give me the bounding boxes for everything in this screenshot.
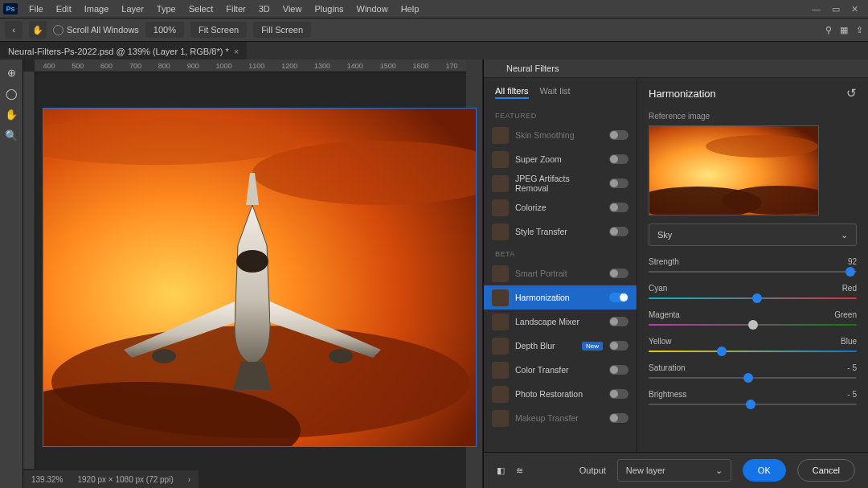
left-toolbar: ⊕ ◯ ✋ 🔍 <box>0 59 23 488</box>
hand-tool-icon[interactable]: ✋ <box>29 21 47 39</box>
workspace-icon[interactable]: ▦ <box>840 25 848 35</box>
hand-tool-icon[interactable]: ✋ <box>3 106 19 122</box>
filter-toggle[interactable] <box>609 389 628 399</box>
preview-toggle-icon[interactable]: ◧ <box>497 465 505 476</box>
menu-window[interactable]: Window <box>350 4 395 14</box>
filter-thumb-icon <box>492 386 509 403</box>
filter-row[interactable]: Photo Restoration <box>484 382 637 406</box>
tab-wait-list[interactable]: Wait list <box>540 86 571 99</box>
filter-toggle[interactable] <box>609 227 628 236</box>
menu-help[interactable]: Help <box>395 4 426 14</box>
slider-brightness[interactable]: Brightness- 5 <box>649 390 857 405</box>
slider-track[interactable] <box>649 351 857 352</box>
filter-row[interactable]: Harmonization <box>484 285 637 310</box>
slider-knob[interactable] <box>743 373 753 383</box>
filter-toggle[interactable] <box>609 341 628 351</box>
search-icon[interactable]: ⚲ <box>825 25 832 35</box>
menu-file[interactable]: File <box>23 4 50 14</box>
filter-name: Colorize <box>515 203 603 212</box>
circle-tool-icon[interactable]: ◯ <box>3 85 19 101</box>
ruler-vertical <box>23 72 35 469</box>
slider-knob[interactable] <box>845 267 855 277</box>
ok-button[interactable]: OK <box>743 459 786 482</box>
slider-magenta[interactable]: MagentaGreen <box>649 310 857 326</box>
filter-row[interactable]: Depth BlurNew <box>484 334 637 358</box>
output-label: Output <box>579 465 606 475</box>
filter-row[interactable]: Color Transfer <box>484 358 637 382</box>
filter-toggle[interactable] <box>609 178 628 188</box>
filter-row[interactable]: Makeup Transfer <box>484 406 637 430</box>
window-restore-icon[interactable]: ▭ <box>832 4 840 14</box>
chevron-down-icon: ⌄ <box>841 230 848 240</box>
chevron-right-icon[interactable]: › <box>188 475 190 484</box>
reference-image[interactable] <box>649 125 819 215</box>
output-dropdown[interactable]: New layer ⌄ <box>617 459 731 482</box>
share-icon[interactable]: ⇪ <box>856 25 863 35</box>
filter-row[interactable]: Skin Smoothing <box>484 123 637 147</box>
menu-image[interactable]: Image <box>78 4 116 14</box>
filter-toggle[interactable] <box>609 317 628 326</box>
slider-track[interactable] <box>649 324 857 326</box>
dropdown-value: Sky <box>657 230 672 240</box>
window-minimize-icon[interactable]: — <box>812 4 821 14</box>
canvas[interactable] <box>43 108 477 447</box>
menu-3d[interactable]: 3D <box>252 4 276 14</box>
filter-toggle[interactable] <box>609 413 628 423</box>
cancel-button[interactable]: Cancel <box>797 459 855 482</box>
slider-track[interactable] <box>649 377 857 379</box>
filter-toggle[interactable] <box>609 293 628 302</box>
move-tool-icon[interactable]: ⊕ <box>3 64 19 80</box>
menu-filter[interactable]: Filter <box>219 4 252 14</box>
slider-track[interactable] <box>649 404 857 405</box>
filter-toggle[interactable] <box>609 154 628 164</box>
filter-row[interactable]: Colorize <box>484 195 637 219</box>
filter-toggle[interactable] <box>609 130 628 140</box>
zoom-tool-icon[interactable]: 🔍 <box>3 127 19 143</box>
slider-knob[interactable] <box>752 293 762 303</box>
layers-icon[interactable]: ≋ <box>516 465 523 476</box>
reference-image-label: Reference image <box>649 112 857 121</box>
slider-saturation[interactable]: Saturation- 5 <box>649 363 857 379</box>
canvas-image <box>43 109 476 446</box>
filter-thumb-icon <box>492 151 509 168</box>
scroll-all-windows-checkbox[interactable]: Scroll All Windows <box>53 25 139 35</box>
fill-screen-button[interactable]: Fill Screen <box>253 22 311 38</box>
slider-cyan[interactable]: CyanRed <box>649 284 857 299</box>
zoom-level[interactable]: 100% <box>145 22 184 38</box>
filter-toggle[interactable] <box>609 269 628 278</box>
menu-view[interactable]: View <box>276 4 309 14</box>
home-back-icon[interactable]: ‹ <box>5 21 23 39</box>
tab-all-filters[interactable]: All filters <box>495 86 529 99</box>
slider-knob[interactable] <box>717 347 727 356</box>
slider-knob[interactable] <box>746 400 755 409</box>
filter-row[interactable]: Super Zoom <box>484 147 637 171</box>
menu-type[interactable]: Type <box>150 4 182 14</box>
fit-screen-button[interactable]: Fit Screen <box>190 22 247 38</box>
ruler-mark: 1300 <box>314 62 330 70</box>
canvas-area: 4005006007008009001000110012001300140015… <box>23 59 466 488</box>
reset-icon[interactable]: ↺ <box>846 86 857 100</box>
filter-name: Harmonization <box>515 293 603 302</box>
filter-toggle[interactable] <box>609 365 628 375</box>
reference-layer-dropdown[interactable]: Sky ⌄ <box>649 223 857 246</box>
slider-yellow[interactable]: YellowBlue <box>649 337 857 352</box>
document-tab[interactable]: Neural-Filters-Ps-2022.psd @ 139% (Layer… <box>0 42 247 61</box>
filter-row[interactable]: Landscape Mixer <box>484 310 637 334</box>
filter-row[interactable]: Style Transfer <box>484 219 637 244</box>
menu-plugins[interactable]: Plugins <box>308 4 350 14</box>
menu-edit[interactable]: Edit <box>50 4 78 14</box>
filter-row[interactable]: JPEG Artifacts Removal <box>484 171 637 195</box>
filter-thumb-icon <box>492 223 509 240</box>
menu-select[interactable]: Select <box>182 4 220 14</box>
slider-track[interactable] <box>649 297 857 299</box>
window-close-icon[interactable]: ✕ <box>851 4 858 14</box>
filter-name: Super Zoom <box>515 154 603 164</box>
slider-strength[interactable]: Strength92 <box>649 257 857 273</box>
filter-row[interactable]: Smart Portrait <box>484 261 637 285</box>
menu-layer[interactable]: Layer <box>115 4 150 14</box>
filter-thumb-icon <box>492 362 509 379</box>
filter-toggle[interactable] <box>609 203 628 212</box>
slider-track[interactable] <box>649 271 857 273</box>
slider-knob[interactable] <box>748 320 758 330</box>
close-icon[interactable]: × <box>234 47 239 56</box>
